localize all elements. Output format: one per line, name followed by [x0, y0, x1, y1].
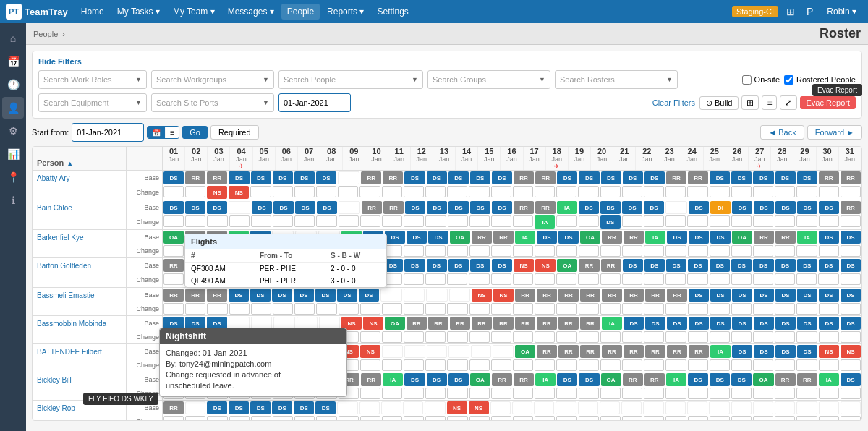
day-cell[interactable]: RR	[841, 201, 861, 214]
change-day-input[interactable]	[622, 388, 642, 399]
day-cell[interactable]: RR	[493, 317, 514, 330]
sidebar-calendar-icon[interactable]: 📅	[2, 51, 24, 72]
day-cell[interactable]: RR	[623, 373, 643, 386]
day-cell[interactable]: RR	[361, 171, 381, 184]
change-day-input[interactable]	[404, 359, 424, 371]
day-cell[interactable]: DS	[250, 401, 271, 414]
change-day-input[interactable]	[513, 331, 533, 343]
day-cell[interactable]: DS	[710, 171, 730, 184]
person-name-link[interactable]: Bassmobbin Mobinda	[37, 320, 106, 328]
change-day-input[interactable]	[665, 303, 686, 315]
change-day-input[interactable]	[819, 245, 839, 257]
onsite-checkbox[interactable]	[742, 75, 752, 85]
onsite-checkbox-label[interactable]: On-site	[742, 75, 780, 85]
change-day-input[interactable]	[665, 388, 686, 399]
change-day-input[interactable]	[250, 186, 271, 197]
day-cell[interactable]: OA	[580, 231, 600, 244]
change-day-input[interactable]	[425, 216, 446, 227]
day-cell[interactable]: DS	[775, 171, 796, 184]
day-cell[interactable]: NS	[841, 345, 861, 358]
rosters-filter[interactable]: Search Rosters ▼	[555, 70, 678, 89]
change-day-input[interactable]	[339, 303, 359, 315]
change-day-input[interactable]	[579, 303, 599, 315]
day-cell[interactable]: RR	[602, 231, 622, 244]
change-day-input[interactable]	[469, 388, 490, 399]
day-cell[interactable]: DS	[448, 201, 469, 214]
sort-icon[interactable]: ▲	[67, 160, 73, 167]
change-day-input[interactable]	[404, 216, 424, 227]
change-day-input[interactable]	[382, 331, 402, 343]
change-day-input[interactable]	[775, 359, 795, 371]
day-cell[interactable]: RR	[579, 259, 599, 272]
day-cell[interactable]: DS	[492, 201, 512, 214]
change-day-input[interactable]	[710, 273, 730, 285]
nav-home[interactable]: Home	[75, 4, 110, 20]
day-cell[interactable]: DS	[163, 201, 184, 214]
day-cell[interactable]: DS	[710, 259, 730, 272]
change-day-input[interactable]	[644, 388, 664, 399]
day-cell[interactable]: IA	[535, 373, 556, 386]
change-day-input[interactable]	[359, 186, 380, 197]
change-day-input[interactable]	[622, 273, 642, 285]
change-day-input[interactable]	[796, 273, 817, 285]
change-day-input[interactable]	[644, 273, 664, 285]
change-day-input[interactable]	[207, 216, 227, 227]
day-cell[interactable]: IA	[710, 345, 731, 358]
change-day-input[interactable]	[382, 216, 402, 227]
day-cell[interactable]: DS	[753, 171, 773, 184]
change-day-input[interactable]	[710, 245, 730, 257]
day-cell[interactable]: RR	[163, 259, 184, 272]
person-name-link[interactable]: Bassmeli Emastie	[37, 291, 94, 299]
change-day-input[interactable]	[163, 303, 184, 315]
change-day-input[interactable]	[294, 186, 315, 197]
change-day-input[interactable]	[491, 273, 511, 285]
day-cell[interactable]: OA	[601, 373, 621, 386]
change-day-input[interactable]	[753, 303, 773, 315]
change-day-input[interactable]	[818, 273, 838, 285]
day-cell[interactable]: DS	[470, 259, 490, 272]
change-day-input[interactable]	[360, 216, 380, 227]
clear-filters-btn[interactable]: Clear Filters	[652, 98, 695, 107]
day-cell[interactable]: RR	[666, 171, 686, 184]
change-day-input[interactable]	[622, 303, 642, 315]
change-day-input[interactable]	[556, 303, 576, 315]
day-cell[interactable]: DS	[427, 373, 447, 386]
change-day-input[interactable]	[688, 359, 708, 371]
change-day-input[interactable]	[644, 303, 664, 315]
change-day-input[interactable]	[556, 216, 576, 227]
change-day-input[interactable]	[775, 273, 795, 285]
filter-date-input[interactable]	[278, 93, 351, 112]
day-cell[interactable]: DS	[317, 201, 337, 214]
day-cell[interactable]: DS	[492, 259, 512, 272]
day-cell[interactable]: DS	[666, 259, 686, 272]
day-cell[interactable]: DS	[797, 317, 817, 330]
change-day-input[interactable]	[163, 416, 184, 421]
change-day-input[interactable]	[513, 359, 533, 371]
day-cell[interactable]: DS	[229, 289, 249, 302]
day-cell[interactable]: RR	[841, 171, 861, 184]
rostered-checkbox[interactable]	[784, 75, 793, 85]
day-cell[interactable]: RR	[688, 171, 708, 184]
day-cell[interactable]: RR	[645, 345, 665, 358]
day-cell[interactable]: IA	[645, 231, 665, 244]
change-day-input[interactable]	[710, 331, 730, 343]
person-name-link[interactable]: Barkenfiel Kye	[37, 234, 83, 242]
day-cell[interactable]: DS	[754, 289, 774, 302]
change-day-input[interactable]	[775, 216, 795, 227]
change-day-input[interactable]	[273, 416, 293, 421]
day-cell[interactable]: DS	[710, 231, 731, 244]
sidebar-clock-icon[interactable]: 🕐	[2, 74, 24, 95]
change-day-input[interactable]	[535, 245, 555, 257]
sidebar-people-icon[interactable]: 👤	[2, 97, 24, 119]
change-day-input[interactable]	[469, 216, 490, 227]
day-cell[interactable]: DS	[404, 259, 425, 272]
change-day-input[interactable]	[251, 216, 271, 227]
sidebar-tools-icon[interactable]: ⚙	[2, 120, 24, 142]
change-day-input[interactable]	[294, 216, 315, 227]
change-day-input[interactable]	[579, 331, 599, 343]
go-btn[interactable]: Go	[182, 126, 208, 139]
day-cell[interactable]: DS	[797, 171, 817, 184]
change-day-input[interactable]	[360, 331, 380, 343]
change-day-input[interactable]	[665, 359, 686, 371]
day-cell[interactable]: DS	[273, 201, 294, 214]
